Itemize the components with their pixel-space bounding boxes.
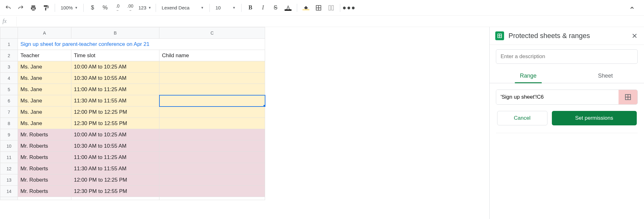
row-header[interactable]: 13	[0, 174, 18, 186]
set-permissions-button[interactable]: Set permissions	[552, 111, 637, 125]
cell[interactable]: Mr. Roberts	[18, 186, 71, 197]
cell[interactable]: 12:30 PM to 12:55 PM	[71, 186, 159, 197]
strikethrough-button[interactable]: S	[270, 2, 281, 14]
formula-input[interactable]	[16, 17, 641, 26]
fx-icon: fx	[3, 18, 13, 25]
row-header[interactable]: 10	[0, 140, 18, 152]
font-size-select[interactable]: 10 ▼	[213, 2, 238, 14]
cell[interactable]	[159, 118, 265, 129]
cell[interactable]: 10:30 AM to 10:55 AM	[71, 73, 159, 84]
caret-down-icon: ▼	[148, 6, 151, 9]
cell[interactable]: Ms. Jane	[18, 61, 71, 73]
cell[interactable]	[159, 95, 265, 107]
column-header-C[interactable]: C	[159, 27, 265, 39]
cell[interactable]: 11:00 AM to 11:25 AM	[71, 152, 159, 163]
cell[interactable]	[159, 84, 265, 95]
row-header[interactable]: 5	[0, 84, 18, 95]
cell[interactable]	[159, 107, 265, 118]
svg-rect-5	[332, 5, 334, 10]
paint-format-button[interactable]	[40, 2, 52, 14]
cell[interactable]	[159, 61, 265, 73]
text-color-button[interactable]: A	[282, 2, 294, 14]
cell[interactable]	[159, 140, 265, 152]
cell[interactable]	[159, 174, 265, 186]
cell[interactable]: Mr. Roberts	[18, 129, 71, 140]
font-select[interactable]: Lexend Deca ▼	[159, 2, 206, 14]
select-all-corner[interactable]	[0, 27, 18, 39]
range-input[interactable]	[496, 90, 619, 104]
cell[interactable]: 12:00 PM to 12:25 PM	[71, 174, 159, 186]
row-header[interactable]: 2	[0, 50, 18, 61]
cell[interactable]: Ms. Jane	[18, 95, 71, 107]
row-header[interactable]: 12	[0, 163, 18, 174]
spreadsheet-grid[interactable]: A B C 1Sign up sheet for parent-teacher …	[0, 27, 489, 219]
tab-range[interactable]: Range	[490, 69, 567, 83]
sheets-icon	[495, 31, 504, 40]
row-header[interactable]: 6	[0, 95, 18, 107]
cell[interactable]: Mr. Roberts	[18, 140, 71, 152]
select-range-button[interactable]	[619, 90, 637, 104]
borders-button[interactable]	[313, 2, 324, 14]
cell[interactable]: 12:00 PM to 12:25 PM	[71, 107, 159, 118]
cell[interactable]	[159, 186, 265, 197]
description-input[interactable]	[496, 49, 638, 64]
row-header[interactable]: 11	[0, 152, 18, 163]
column-header-B[interactable]: B	[71, 27, 159, 39]
italic-button[interactable]: I	[257, 2, 269, 14]
percent-button[interactable]: %	[99, 2, 111, 14]
row-header[interactable]: 1	[0, 39, 18, 50]
sidebar-title: Protected sheets & ranges	[508, 32, 627, 40]
zoom-select[interactable]: 100% ▼	[58, 2, 80, 14]
redo-button[interactable]	[15, 2, 26, 14]
more-options-button[interactable]: ●●●	[343, 2, 355, 14]
cell[interactable]: Ms. Jane	[18, 118, 71, 129]
cell[interactable]: 11:00 AM to 11:25 AM	[71, 84, 159, 95]
column-header-A[interactable]: A	[18, 27, 71, 39]
cell[interactable]: 10:00 AM to 10:25 AM	[71, 61, 159, 73]
selection-handle[interactable]	[264, 105, 265, 107]
cell[interactable]: Child name	[159, 50, 265, 61]
cell[interactable]: Time slot	[71, 50, 159, 61]
cell[interactable]: Teacher	[18, 50, 71, 61]
print-button[interactable]	[28, 2, 39, 14]
close-sidebar-button[interactable]	[631, 33, 638, 39]
cell[interactable]: Ms. Jane	[18, 84, 71, 95]
decrease-decimal-button[interactable]: .0←	[112, 2, 123, 14]
row-header[interactable]: 7	[0, 107, 18, 118]
number-format-select[interactable]: 123 ▼	[137, 2, 153, 14]
cell[interactable]: Mr. Roberts	[18, 152, 71, 163]
cell[interactable]: 10:30 AM to 10:55 AM	[71, 140, 159, 152]
tab-sheet[interactable]: Sheet	[567, 69, 644, 83]
row-header[interactable]: 4	[0, 73, 18, 84]
cell[interactable]	[159, 129, 265, 140]
cell[interactable]: 11:30 AM to 11:55 AM	[71, 95, 159, 107]
row-header[interactable]: 8	[0, 118, 18, 129]
cell[interactable]: Ms. Jane	[18, 107, 71, 118]
row-header[interactable]: 3	[0, 61, 18, 73]
sheet-title[interactable]: Sign up sheet for parent-teacher confere…	[18, 39, 265, 50]
toolbar: 100% ▼ $ % .0← .00→ 123 ▼ Lexend Deca ▼ …	[0, 0, 644, 16]
cell[interactable]	[159, 163, 265, 174]
protected-ranges-sidebar: Protected sheets & ranges Range Sheet	[489, 27, 644, 219]
cell[interactable]: 11:30 AM to 11:55 AM	[71, 163, 159, 174]
cell[interactable]: Mr. Roberts	[18, 174, 71, 186]
increase-decimal-button[interactable]: .00→	[125, 2, 136, 14]
collapse-toolbar-button[interactable]	[626, 2, 638, 14]
fill-color-button[interactable]	[300, 2, 312, 14]
bold-button[interactable]: B	[245, 2, 256, 14]
sidebar-tabs: Range Sheet	[490, 69, 644, 83]
row-header[interactable]: 9	[0, 129, 18, 140]
currency-button[interactable]: $	[87, 2, 98, 14]
font-size-value: 10	[215, 5, 221, 10]
cell[interactable]: 12:30 PM to 12:55 PM	[71, 118, 159, 129]
cell[interactable]: Ms. Jane	[18, 73, 71, 84]
row-header[interactable]: 14	[0, 186, 18, 197]
cell[interactable]: 10:00 AM to 10:25 AM	[71, 129, 159, 140]
cell[interactable]	[159, 73, 265, 84]
cancel-button[interactable]: Cancel	[497, 111, 547, 125]
undo-button[interactable]	[3, 2, 14, 14]
cell[interactable]: Mr. Roberts	[18, 163, 71, 174]
merge-cells-button[interactable]	[325, 2, 337, 14]
svg-rect-4	[329, 5, 331, 10]
cell[interactable]	[159, 152, 265, 163]
